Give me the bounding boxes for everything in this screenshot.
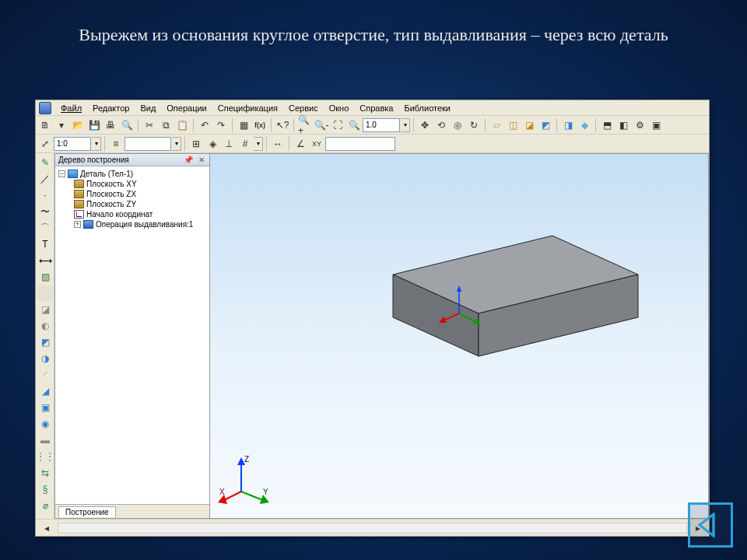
hole-icon[interactable]: ◉ bbox=[37, 416, 53, 432]
dim-icon[interactable]: ↔ bbox=[270, 136, 286, 152]
settings-icon[interactable]: ⚙ bbox=[632, 117, 647, 133]
fx-icon[interactable]: f(x) bbox=[252, 117, 268, 133]
tool-icon[interactable]: ▣ bbox=[648, 117, 664, 133]
fillet-icon[interactable]: ◜ bbox=[37, 367, 53, 383]
view-icon[interactable]: ◆ bbox=[577, 117, 592, 133]
menu-specification[interactable]: Спецификация bbox=[213, 102, 282, 114]
layer-input[interactable] bbox=[124, 137, 171, 151]
grid2-icon[interactable]: # bbox=[237, 136, 253, 152]
separator bbox=[413, 118, 414, 132]
shaded-edges-icon[interactable]: ◩ bbox=[538, 117, 553, 133]
refresh-icon[interactable]: ↻ bbox=[466, 117, 482, 133]
menu-file[interactable]: Файл bbox=[56, 102, 86, 114]
helix-icon[interactable]: § bbox=[37, 481, 53, 497]
tree-item-plane-zx[interactable]: Плоскость ZX bbox=[57, 189, 208, 199]
extrude-icon[interactable]: ◪ bbox=[37, 302, 53, 317]
hidden-icon[interactable]: ◫ bbox=[505, 117, 521, 133]
shell-icon[interactable]: ▣ bbox=[37, 400, 53, 415]
status-bar: ◂ ▸ bbox=[36, 519, 709, 536]
xy-icon[interactable]: XY bbox=[309, 136, 324, 152]
separator bbox=[37, 285, 53, 301]
dropdown-icon[interactable]: ▾ bbox=[54, 117, 69, 133]
preview-icon[interactable]: 🔍 bbox=[119, 117, 135, 133]
open-icon[interactable]: 📂 bbox=[70, 117, 86, 133]
hatch-icon[interactable]: ▨ bbox=[37, 269, 53, 285]
layer-dropdown-icon[interactable]: ▾ bbox=[172, 137, 181, 151]
scroll-left-icon[interactable]: ◂ bbox=[39, 520, 54, 536]
menu-help[interactable]: Справка bbox=[355, 102, 398, 114]
perspective-icon[interactable]: ◨ bbox=[560, 117, 576, 133]
pattern-icon[interactable]: ⋮⋮ bbox=[37, 449, 53, 464]
tree-item-plane-zy[interactable]: Плоскость ZY bbox=[57, 199, 208, 209]
tree-tab-build[interactable]: Построение bbox=[58, 506, 116, 517]
revolve-icon[interactable]: ◐ bbox=[37, 318, 53, 334]
pan-icon[interactable]: ✥ bbox=[417, 117, 433, 133]
copy-icon[interactable]: ⧉ bbox=[158, 117, 174, 133]
orbit-icon[interactable]: ◎ bbox=[450, 117, 465, 133]
angle-icon[interactable]: ∠ bbox=[293, 136, 308, 152]
ortho-icon[interactable]: ⊥ bbox=[221, 136, 237, 152]
grid-dropdown-icon[interactable]: ▾ bbox=[254, 137, 263, 151]
layer-icon[interactable]: ≡ bbox=[108, 136, 124, 152]
text-icon[interactable]: T bbox=[37, 236, 53, 252]
point-icon[interactable]: ∙ bbox=[37, 187, 53, 203]
shaded-icon[interactable]: ◪ bbox=[521, 117, 537, 133]
scroll-track[interactable] bbox=[58, 523, 687, 534]
viewport-3d[interactable]: Z Y X bbox=[210, 153, 709, 519]
tree-item-plane-xy[interactable]: Плоскость XY bbox=[57, 179, 208, 189]
tree-item-extrude[interactable]: + Операция выдавливания:1 bbox=[57, 219, 208, 229]
cut-revolve-icon[interactable]: ◑ bbox=[37, 351, 53, 366]
rib-icon[interactable]: ▬ bbox=[37, 432, 53, 448]
rotate-icon[interactable]: ⟲ bbox=[433, 117, 449, 133]
expand-icon[interactable]: + bbox=[74, 221, 81, 228]
scale-input[interactable]: 1:0 bbox=[54, 137, 91, 151]
scale-icon[interactable]: ⤢ bbox=[37, 136, 53, 152]
undo-icon[interactable]: ↶ bbox=[197, 117, 212, 133]
thread-icon[interactable]: ⌀ bbox=[37, 498, 53, 513]
zoom-input[interactable]: 1.0 bbox=[363, 118, 400, 132]
scale-dropdown-icon[interactable]: ▾ bbox=[92, 137, 101, 151]
mirror-icon[interactable]: ⇆ bbox=[37, 465, 53, 481]
spline-icon[interactable]: 〜 bbox=[37, 204, 53, 219]
chamfer-icon[interactable]: ◢ bbox=[37, 383, 53, 399]
cut-extrude-icon[interactable]: ◩ bbox=[37, 334, 53, 350]
menu-view[interactable]: Вид bbox=[135, 102, 160, 114]
paste-icon[interactable]: 📋 bbox=[174, 117, 190, 133]
grid-icon[interactable]: ⊞ bbox=[188, 136, 204, 152]
print-icon[interactable]: 🖶 bbox=[103, 117, 118, 133]
zoom-window-icon[interactable]: ⛶ bbox=[330, 117, 345, 133]
sketch-icon[interactable]: ✎ bbox=[37, 155, 53, 170]
tree-controls[interactable]: 📌 ✕ bbox=[184, 156, 206, 164]
slide-title: Вырежем из основания круглое отверстие, … bbox=[0, 0, 747, 55]
menu-edit[interactable]: Редактор bbox=[88, 102, 134, 114]
misc-icon[interactable]: ◧ bbox=[615, 117, 631, 133]
tree-item-origin[interactable]: Начало координат bbox=[57, 209, 208, 219]
slide-back-button[interactable] bbox=[688, 502, 733, 548]
model-solid[interactable] bbox=[350, 232, 646, 387]
coord-input[interactable] bbox=[325, 137, 395, 151]
tree-root[interactable]: − Деталь (Тел-1) bbox=[57, 169, 208, 179]
table-icon[interactable]: ▦ bbox=[236, 117, 251, 133]
snap-icon[interactable]: ◈ bbox=[205, 136, 220, 152]
redo-icon[interactable]: ↷ bbox=[213, 117, 229, 133]
plane-icon bbox=[74, 190, 84, 198]
pointer-icon[interactable]: ↖? bbox=[275, 117, 290, 133]
wireframe-icon[interactable]: ▱ bbox=[489, 117, 504, 133]
new-icon[interactable]: 🗎 bbox=[37, 117, 53, 133]
section-icon[interactable]: ⬒ bbox=[599, 117, 615, 133]
line-icon[interactable]: ／ bbox=[37, 171, 53, 187]
cut-icon[interactable]: ✂ bbox=[142, 117, 157, 133]
zoom-fit-icon[interactable]: 🔍 bbox=[346, 117, 362, 133]
dim-tool-icon[interactable]: ⟷ bbox=[37, 253, 53, 268]
zoom-dropdown-icon[interactable]: ▾ bbox=[401, 118, 410, 132]
arc-icon[interactable]: ⌒ bbox=[37, 220, 53, 236]
menu-window[interactable]: Окно bbox=[324, 102, 354, 114]
zoom-in-icon[interactable]: 🔍+ bbox=[297, 117, 313, 133]
collapse-icon[interactable]: − bbox=[58, 170, 65, 177]
tree-body[interactable]: − Деталь (Тел-1) Плоскость XY Плоскость … bbox=[55, 166, 209, 504]
menu-service[interactable]: Сервис bbox=[284, 102, 323, 114]
menu-operations[interactable]: Операции bbox=[162, 102, 211, 114]
menu-libraries[interactable]: Библиотеки bbox=[399, 102, 455, 114]
zoom-out-icon[interactable]: 🔍- bbox=[314, 117, 329, 133]
save-icon[interactable]: 💾 bbox=[86, 117, 102, 133]
